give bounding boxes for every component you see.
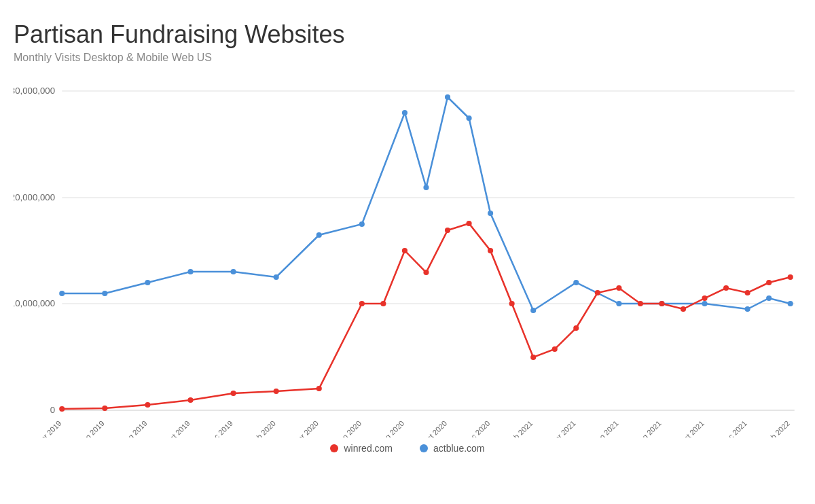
- actblue-dot: [231, 269, 236, 274]
- chart-area: 0 10,000,000 20,000,000 30,000,000 Apr 2…: [14, 77, 801, 437]
- svg-text:Jun 2019: Jun 2019: [78, 419, 106, 437]
- actblue-dot: [445, 94, 450, 100]
- actblue-dot: [788, 301, 793, 306]
- actblue-dot: [530, 308, 536, 313]
- winred-dot: [231, 391, 236, 396]
- svg-text:Dec 2021: Dec 2021: [720, 419, 748, 437]
- winred-dot: [638, 301, 643, 306]
- actblue-dot: [702, 301, 707, 306]
- actblue-line: [62, 97, 790, 310]
- winred-dot: [788, 274, 793, 280]
- svg-text:Apr 2021: Apr 2021: [549, 419, 577, 437]
- svg-text:10,000,000: 10,000,000: [14, 298, 55, 308]
- svg-text:Dec 2019: Dec 2019: [206, 419, 234, 437]
- svg-text:Dec 2020: Dec 2020: [463, 419, 491, 437]
- actblue-dot: [59, 291, 65, 296]
- svg-text:Oct 2021: Oct 2021: [678, 419, 706, 437]
- chart-container: Partisan Fundraising Websites Monthly Vi…: [0, 0, 815, 504]
- actblue-dot: [359, 221, 365, 227]
- actblue-dot: [423, 185, 429, 190]
- winred-dot: [59, 406, 65, 412]
- winred-legend-dot: [330, 444, 338, 452]
- winred-dot: [573, 325, 579, 331]
- actblue-dot: [466, 115, 471, 121]
- winred-dot: [359, 301, 365, 306]
- actblue-dot: [402, 110, 408, 115]
- svg-text:Feb 2021: Feb 2021: [506, 419, 535, 437]
- winred-dot: [530, 355, 536, 360]
- winred-dot: [145, 402, 150, 408]
- winred-dot: [402, 248, 408, 253]
- actblue-legend-label: actblue.com: [433, 443, 484, 454]
- winred-dot: [102, 406, 107, 411]
- actblue-dot: [145, 280, 150, 285]
- svg-text:30,000,000: 30,000,000: [14, 86, 55, 96]
- svg-text:Jun 2021: Jun 2021: [592, 419, 620, 437]
- svg-text:Apr 2020: Apr 2020: [293, 419, 321, 437]
- svg-text:20,000,000: 20,000,000: [14, 192, 55, 202]
- chart-svg: 0 10,000,000 20,000,000 30,000,000 Apr 2…: [14, 77, 801, 437]
- svg-text:Apr 2019: Apr 2019: [35, 419, 63, 437]
- winred-dot: [380, 301, 386, 306]
- winred-dot: [766, 280, 772, 285]
- svg-text:Jun 2020: Jun 2020: [335, 419, 363, 437]
- chart-subtitle: Monthly Visits Desktop & Mobile Web US: [14, 52, 801, 64]
- actblue-dot: [102, 291, 107, 296]
- chart-legend: winred.com actblue.com: [14, 443, 801, 454]
- svg-text:0: 0: [50, 405, 55, 415]
- legend-actblue: actblue.com: [420, 443, 484, 454]
- winred-dot: [187, 397, 193, 403]
- svg-text:Oct 2019: Oct 2019: [164, 419, 192, 437]
- winred-dot: [723, 285, 729, 291]
- svg-text:Feb 2020: Feb 2020: [249, 419, 277, 437]
- actblue-dot: [573, 280, 579, 285]
- actblue-dot: [766, 295, 772, 301]
- actblue-dot: [745, 306, 750, 312]
- actblue-dot: [274, 274, 279, 280]
- winred-dot: [702, 295, 707, 301]
- winred-dot: [659, 301, 664, 306]
- chart-title: Partisan Fundraising Websites: [14, 20, 801, 49]
- actblue-dot: [616, 301, 621, 306]
- svg-text:Aug 2019: Aug 2019: [120, 419, 148, 437]
- actblue-dot: [488, 211, 493, 216]
- winred-dot: [316, 386, 322, 391]
- winred-dot: [274, 389, 279, 394]
- winred-line: [62, 223, 790, 409]
- winred-dot: [745, 290, 750, 295]
- svg-text:Feb 2022: Feb 2022: [763, 419, 791, 437]
- winred-dot: [488, 248, 493, 253]
- winred-dot: [445, 228, 450, 233]
- winred-dot: [466, 221, 471, 226]
- svg-text:Oct 2020: Oct 2020: [421, 419, 449, 437]
- actblue-legend-dot: [420, 444, 428, 452]
- winred-legend-label: winred.com: [344, 443, 393, 454]
- winred-dot: [423, 270, 429, 275]
- svg-text:Aug 2020: Aug 2020: [377, 419, 405, 437]
- actblue-dot: [187, 269, 193, 274]
- legend-winred: winred.com: [330, 443, 393, 454]
- actblue-dot: [316, 232, 322, 238]
- svg-text:Aug 2021: Aug 2021: [634, 419, 662, 437]
- winred-dot: [552, 346, 558, 352]
- winred-dot: [509, 301, 515, 306]
- winred-dot: [595, 290, 600, 295]
- winred-dot: [616, 285, 621, 291]
- winred-dot: [681, 306, 686, 312]
